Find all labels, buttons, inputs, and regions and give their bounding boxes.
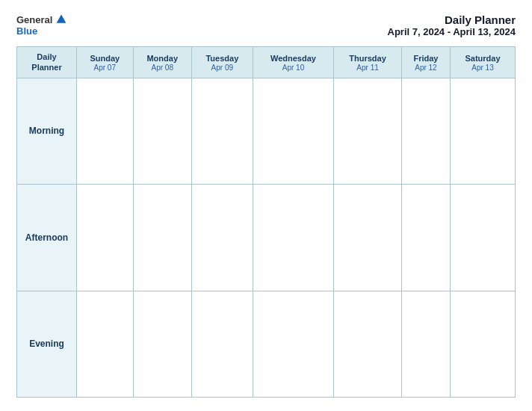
morning-saturday-cell[interactable] (451, 78, 516, 184)
morning-row: Morning (17, 78, 516, 184)
header-wednesday: Wednesday Apr 10 (253, 47, 333, 78)
afternoon-thursday-cell[interactable] (334, 185, 402, 291)
evening-monday-cell[interactable] (133, 291, 191, 397)
afternoon-monday-cell[interactable] (133, 185, 191, 291)
calendar-table: Daily Planner Sunday Apr 07 Monday Apr 0… (16, 46, 516, 398)
header-label-line2: Planner (20, 62, 73, 72)
logo-general-text: General (16, 14, 52, 25)
logo-blue-text: Blue (16, 25, 37, 37)
afternoon-saturday-cell[interactable] (451, 185, 516, 291)
svg-marker-0 (57, 15, 66, 23)
evening-friday-cell[interactable] (401, 291, 450, 397)
date-range: April 7, 2024 - April 13, 2024 (388, 26, 516, 37)
header-label-line1: Daily (20, 52, 73, 62)
afternoon-label: Afternoon (17, 185, 77, 291)
morning-tuesday-cell[interactable] (191, 78, 253, 184)
title-area: Daily Planner April 7, 2024 - April 13, … (388, 13, 516, 37)
evening-sunday-cell[interactable] (77, 291, 134, 397)
page-title: Daily Planner (388, 13, 516, 26)
header-friday: Friday Apr 12 (401, 47, 450, 78)
page-header: General Blue Daily Planner April 7, 2024… (16, 13, 516, 37)
morning-sunday-cell[interactable] (77, 78, 134, 184)
header-tuesday: Tuesday Apr 09 (191, 47, 253, 78)
evening-saturday-cell[interactable] (451, 291, 516, 397)
evening-wednesday-cell[interactable] (253, 291, 333, 397)
header-label-cell: Daily Planner (17, 47, 77, 78)
header-monday: Monday Apr 08 (133, 47, 191, 78)
header-row: Daily Planner Sunday Apr 07 Monday Apr 0… (17, 47, 516, 78)
evening-row: Evening (17, 291, 516, 397)
afternoon-row: Afternoon (17, 185, 516, 291)
afternoon-sunday-cell[interactable] (77, 185, 134, 291)
general-blue-icon (55, 13, 67, 25)
logo: General (16, 13, 67, 25)
logo-area: General Blue (16, 13, 67, 37)
morning-label: Morning (17, 78, 77, 184)
morning-thursday-cell[interactable] (334, 78, 402, 184)
evening-tuesday-cell[interactable] (191, 291, 253, 397)
header-thursday: Thursday Apr 11 (334, 47, 402, 78)
morning-wednesday-cell[interactable] (253, 78, 333, 184)
header-saturday: Saturday Apr 13 (451, 47, 516, 78)
afternoon-tuesday-cell[interactable] (191, 185, 253, 291)
morning-monday-cell[interactable] (133, 78, 191, 184)
evening-thursday-cell[interactable] (334, 291, 402, 397)
afternoon-friday-cell[interactable] (401, 185, 450, 291)
header-sunday: Sunday Apr 07 (77, 47, 134, 78)
evening-label: Evening (17, 291, 77, 397)
afternoon-wednesday-cell[interactable] (253, 185, 333, 291)
morning-friday-cell[interactable] (401, 78, 450, 184)
